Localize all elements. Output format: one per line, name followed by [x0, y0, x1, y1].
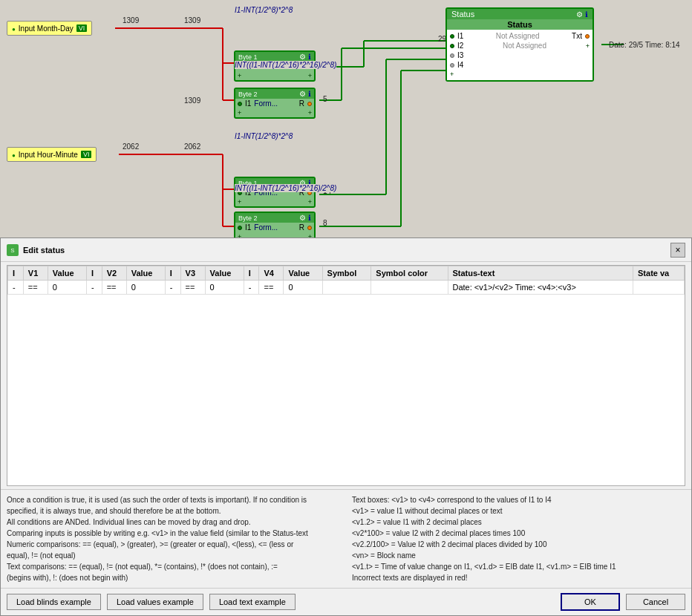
byte2-top-plus[interactable]: + [238, 109, 241, 117]
byte1-top-plus2[interactable]: + [308, 72, 312, 79]
byte2-mid-out-port [307, 226, 312, 230]
info-left-line: Text comparisons: == (equal), != (not eq… [7, 561, 340, 572]
dialog-titlebar: S Edit status × [1, 238, 691, 262]
col-header-Value2: Value [126, 266, 165, 281]
dialog-close-button[interactable]: × [670, 243, 685, 258]
table-cell-13[interactable] [371, 281, 448, 295]
byte1-mid-block[interactable]: Byte 1 I1 Form... R + + [234, 177, 316, 208]
status-add-port[interactable]: + [450, 71, 454, 78]
status-block[interactable]: Status Status I1 Not Assigned Txt I2 Not… [445, 7, 594, 82]
status-block-body: I1 Not Assigned Txt I2 Not Assigned + I3… [447, 30, 593, 80]
info-right-line: <v1.t> = Time of value change on I1, <v1… [352, 561, 685, 572]
table-cell-9[interactable]: - [244, 281, 259, 295]
col-header-I4: I [244, 266, 259, 281]
table-cell-7[interactable]: == [180, 281, 205, 295]
col-header-Value1: Value [48, 266, 86, 281]
status-i1-port [450, 34, 454, 39]
table-cell-6[interactable]: - [165, 281, 180, 295]
dialog-title-left: S Edit status [7, 244, 65, 256]
status-gear[interactable] [576, 10, 583, 19]
col-header-V2: V2 [102, 266, 126, 281]
ok-button[interactable]: OK [561, 593, 620, 611]
status-row-4: I4 [450, 60, 590, 70]
formula-label-4: INT((I1-INT(1/2^16)*2^16)/2^8) [235, 184, 336, 192]
byte1-mid-plus2[interactable]: + [308, 198, 312, 206]
table-cell-10[interactable]: == [259, 281, 284, 295]
byte2-mid-block[interactable]: Byte 2 I1 Form... R + + [234, 212, 316, 237]
byte1-top-info[interactable] [308, 53, 311, 61]
table-cell-4[interactable]: == [102, 281, 126, 295]
info-left-line: Comparing inputs is possible by writing … [7, 528, 340, 539]
table-cell-0[interactable]: - [8, 281, 24, 295]
input-hour-minute-circle [12, 151, 16, 159]
status-block-title: Status [447, 19, 593, 30]
load-text-button[interactable]: Load text example [209, 594, 296, 610]
wire-num-1309a: 1309 [123, 16, 139, 24]
wire-num-5: 5 [323, 95, 327, 103]
dialog-icon: S [7, 244, 19, 256]
status-i4-port [450, 63, 454, 68]
info-right-line: Incorrect texts are displayed in red! [352, 572, 685, 583]
info-right-line: <v1.2> = value I1 with 2 decimal places [352, 517, 685, 528]
table-cell-15[interactable] [633, 281, 685, 295]
status-i3-port [450, 53, 454, 58]
load-values-button[interactable]: Load values example [107, 594, 203, 610]
input-month-day-vi: VI [76, 24, 88, 32]
byte1-mid-plus-row: + + [235, 197, 314, 206]
status-table-container[interactable]: I V1 Value I V2 Value I V3 Value I V4 Va… [7, 265, 685, 486]
cancel-button[interactable]: Cancel [626, 594, 685, 610]
byte1-top-plus-row: + + [235, 71, 314, 80]
col-header-V3: V3 [180, 266, 205, 281]
dialog-buttons: Load blinds example Load values example … [1, 588, 691, 615]
table-row: -==0-==0-==0-==0Date: <v1>/<v2> Time: <v… [8, 281, 685, 295]
col-header-StatusText: Status-text [448, 266, 633, 281]
byte2-top-gear[interactable] [299, 90, 306, 98]
col-header-SymbolColor: Symbol color [371, 266, 448, 281]
byte2-mid-gear[interactable] [299, 214, 306, 222]
formula-label-2: INT((I1-INT(1/2^16)*2^16)/2^8) [235, 61, 336, 69]
input-month-day-block[interactable]: Input Month-Day VI [7, 21, 92, 36]
edit-status-dialog: S Edit status × I V1 Value I V2 Value I … [0, 237, 692, 616]
status-txt-port [585, 34, 590, 39]
load-blinds-button[interactable]: Load blinds example [7, 594, 101, 610]
col-header-I3: I [165, 266, 180, 281]
status-row-plus: + [450, 70, 590, 79]
table-cell-3[interactable]: - [86, 281, 102, 295]
byte1-mid-plus[interactable]: + [238, 198, 241, 206]
byte2-mid-info[interactable] [308, 214, 311, 222]
col-header-StateVal: State va [633, 266, 685, 281]
status-row-2: I2 Not Assigned + [450, 41, 590, 50]
table-cell-12[interactable] [322, 281, 371, 295]
status-plus[interactable]: + [586, 42, 590, 50]
byte1-top-plus[interactable]: + [238, 72, 241, 79]
table-cell-5[interactable]: 0 [126, 281, 165, 295]
status-block-header: Status [447, 9, 593, 19]
table-cell-8[interactable]: 0 [205, 281, 244, 295]
canvas-area: Input Month-Day VI 1309 1309 1309 I1-INT… [0, 0, 692, 237]
input-hour-minute-block[interactable]: Input Hour-Minute VI [7, 147, 97, 162]
table-cell-11[interactable]: 0 [284, 281, 322, 295]
byte2-top-row: I1 Form... R [235, 99, 314, 108]
info-left-line: All conditions are ANDed. Individual lin… [7, 517, 340, 528]
status-table: I V1 Value I V2 Value I V3 Value I V4 Va… [7, 266, 685, 295]
byte2-mid-plus-row: + + [235, 232, 314, 237]
table-cell-2[interactable]: 0 [48, 281, 86, 295]
info-left-line: Numeric comparisons: == (equal), > (grea… [7, 539, 340, 550]
table-cell-1[interactable]: == [23, 281, 48, 295]
status-table-body: -==0-==0-==0-==0Date: <v1>/<v2> Time: <v… [8, 281, 685, 295]
status-i2-port [450, 44, 454, 48]
col-header-I1: I [8, 266, 24, 281]
status-info[interactable] [585, 10, 588, 19]
formula-label-1: I1-INT(1/2^8)*2^8 [235, 6, 293, 14]
byte2-top-plus2[interactable]: + [308, 109, 312, 117]
info-left-line: Once a condition is true, it is used (as… [7, 494, 340, 505]
wire-num-1309c: 1309 [184, 96, 200, 105]
byte1-top-gear[interactable] [299, 53, 306, 61]
table-cell-14[interactable]: Date: <v1>/<v2> Time: <v4>:<v3> [448, 281, 633, 295]
byte2-top-title: Byte 2 [238, 91, 258, 98]
info-right-line: <v2.2/100> = Value I2 with 2 decimal pla… [352, 539, 685, 550]
info-right-line: Text boxes: <v1> to <v4> correspond to t… [352, 494, 685, 505]
info-left: Once a condition is true, it is used (as… [7, 494, 340, 583]
byte2-top-block[interactable]: Byte 2 I1 Form... R + + [234, 88, 316, 119]
byte2-top-info[interactable] [308, 90, 311, 98]
